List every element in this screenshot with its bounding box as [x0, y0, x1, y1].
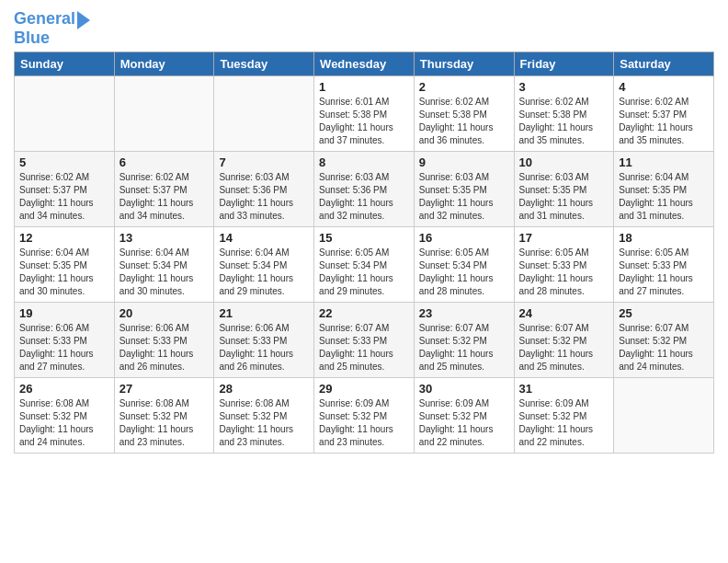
day-number: 8	[319, 155, 409, 169]
calendar-cell: 5Sunrise: 6:02 AM Sunset: 5:37 PM Daylig…	[15, 151, 115, 226]
day-info: Sunrise: 6:04 AM Sunset: 5:34 PM Dayligh…	[219, 247, 309, 298]
day-number: 27	[119, 382, 210, 396]
day-number: 10	[519, 155, 609, 169]
day-info: Sunrise: 6:02 AM Sunset: 5:37 PM Dayligh…	[19, 171, 109, 223]
day-number: 16	[419, 231, 509, 245]
calendar-cell: 10Sunrise: 6:03 AM Sunset: 5:35 PM Dayli…	[514, 151, 614, 226]
calendar-cell: 8Sunrise: 6:03 AM Sunset: 5:36 PM Daylig…	[314, 151, 415, 226]
calendar-cell	[214, 75, 314, 151]
day-info: Sunrise: 6:02 AM Sunset: 5:37 PM Dayligh…	[119, 171, 210, 223]
calendar-cell: 31Sunrise: 6:09 AM Sunset: 5:32 PM Dayli…	[514, 377, 614, 453]
calendar-cell: 6Sunrise: 6:02 AM Sunset: 5:37 PM Daylig…	[114, 151, 214, 226]
calendar-cell: 24Sunrise: 6:07 AM Sunset: 5:32 PM Dayli…	[514, 302, 614, 377]
calendar-cell: 15Sunrise: 6:05 AM Sunset: 5:34 PM Dayli…	[314, 226, 415, 302]
calendar-cell: 19Sunrise: 6:06 AM Sunset: 5:33 PM Dayli…	[15, 302, 115, 377]
calendar-cell: 23Sunrise: 6:07 AM Sunset: 5:32 PM Dayli…	[414, 302, 514, 377]
weekday-header-monday: Monday	[114, 52, 214, 75]
day-info: Sunrise: 6:03 AM Sunset: 5:36 PM Dayligh…	[319, 171, 409, 223]
day-info: Sunrise: 6:07 AM Sunset: 5:32 PM Dayligh…	[619, 322, 709, 373]
day-info: Sunrise: 6:06 AM Sunset: 5:33 PM Dayligh…	[19, 322, 109, 373]
day-number: 7	[219, 155, 309, 169]
day-info: Sunrise: 6:07 AM Sunset: 5:33 PM Dayligh…	[319, 322, 409, 373]
calendar-cell: 11Sunrise: 6:04 AM Sunset: 5:35 PM Dayli…	[614, 151, 714, 226]
day-info: Sunrise: 6:04 AM Sunset: 5:35 PM Dayligh…	[619, 171, 709, 223]
calendar-week-3: 12Sunrise: 6:04 AM Sunset: 5:35 PM Dayli…	[15, 226, 714, 302]
day-number: 11	[619, 155, 709, 169]
calendar-cell: 17Sunrise: 6:05 AM Sunset: 5:33 PM Dayli…	[514, 226, 614, 302]
page-container: General Blue SundayMondayTuesdayWednesda…	[0, 0, 728, 463]
calendar-cell: 26Sunrise: 6:08 AM Sunset: 5:32 PM Dayli…	[15, 377, 115, 453]
calendar-cell: 29Sunrise: 6:09 AM Sunset: 5:32 PM Dayli…	[314, 377, 415, 453]
weekday-header-thursday: Thursday	[414, 52, 514, 75]
weekday-header-sunday: Sunday	[15, 52, 115, 75]
logo: General Blue	[14, 9, 90, 48]
calendar-cell: 22Sunrise: 6:07 AM Sunset: 5:33 PM Dayli…	[314, 302, 415, 377]
day-number: 4	[619, 80, 709, 94]
calendar-cell: 14Sunrise: 6:04 AM Sunset: 5:34 PM Dayli…	[214, 226, 314, 302]
calendar-cell: 25Sunrise: 6:07 AM Sunset: 5:32 PM Dayli…	[614, 302, 714, 377]
day-number: 18	[619, 231, 709, 245]
weekday-header-friday: Friday	[514, 52, 614, 75]
day-info: Sunrise: 6:02 AM Sunset: 5:38 PM Dayligh…	[519, 96, 609, 147]
calendar-week-5: 26Sunrise: 6:08 AM Sunset: 5:32 PM Dayli…	[15, 377, 714, 453]
day-info: Sunrise: 6:04 AM Sunset: 5:35 PM Dayligh…	[19, 247, 109, 298]
day-number: 5	[19, 155, 109, 169]
day-number: 2	[419, 80, 509, 94]
day-info: Sunrise: 6:06 AM Sunset: 5:33 PM Dayligh…	[219, 322, 309, 373]
logo-arrow-icon	[77, 11, 90, 29]
header: General Blue	[14, 9, 714, 48]
day-info: Sunrise: 6:06 AM Sunset: 5:33 PM Dayligh…	[119, 322, 210, 373]
logo-blue-text: Blue	[14, 29, 50, 48]
calendar-cell: 3Sunrise: 6:02 AM Sunset: 5:38 PM Daylig…	[514, 75, 614, 151]
calendar-cell: 28Sunrise: 6:08 AM Sunset: 5:32 PM Dayli…	[214, 377, 314, 453]
calendar-cell: 12Sunrise: 6:04 AM Sunset: 5:35 PM Dayli…	[15, 226, 115, 302]
day-info: Sunrise: 6:05 AM Sunset: 5:33 PM Dayligh…	[519, 247, 609, 298]
calendar-cell	[15, 75, 115, 151]
calendar-table: SundayMondayTuesdayWednesdayThursdayFrid…	[14, 52, 714, 454]
day-number: 22	[319, 306, 409, 320]
day-number: 31	[519, 382, 609, 396]
calendar-cell: 16Sunrise: 6:05 AM Sunset: 5:34 PM Dayli…	[414, 226, 514, 302]
calendar-cell	[614, 377, 714, 453]
day-number: 6	[119, 155, 210, 169]
day-number: 1	[319, 80, 409, 94]
day-number: 13	[119, 231, 210, 245]
calendar-cell: 9Sunrise: 6:03 AM Sunset: 5:35 PM Daylig…	[414, 151, 514, 226]
day-info: Sunrise: 6:05 AM Sunset: 5:34 PM Dayligh…	[319, 247, 409, 298]
day-number: 19	[19, 306, 109, 320]
calendar-cell: 30Sunrise: 6:09 AM Sunset: 5:32 PM Dayli…	[414, 377, 514, 453]
day-number: 14	[219, 231, 309, 245]
day-number: 12	[19, 231, 109, 245]
weekday-header-tuesday: Tuesday	[214, 52, 314, 75]
day-info: Sunrise: 6:02 AM Sunset: 5:37 PM Dayligh…	[619, 96, 709, 147]
calendar-week-1: 1Sunrise: 6:01 AM Sunset: 5:38 PM Daylig…	[15, 75, 714, 151]
day-number: 23	[419, 306, 509, 320]
calendar-cell: 18Sunrise: 6:05 AM Sunset: 5:33 PM Dayli…	[614, 226, 714, 302]
day-number: 21	[219, 306, 309, 320]
weekday-header-wednesday: Wednesday	[314, 52, 415, 75]
day-info: Sunrise: 6:05 AM Sunset: 5:34 PM Dayligh…	[419, 247, 509, 298]
day-info: Sunrise: 6:08 AM Sunset: 5:32 PM Dayligh…	[119, 397, 210, 449]
calendar-week-4: 19Sunrise: 6:06 AM Sunset: 5:33 PM Dayli…	[15, 302, 714, 377]
day-info: Sunrise: 6:09 AM Sunset: 5:32 PM Dayligh…	[319, 397, 409, 449]
day-info: Sunrise: 6:03 AM Sunset: 5:35 PM Dayligh…	[519, 171, 609, 223]
day-number: 24	[519, 306, 609, 320]
day-info: Sunrise: 6:09 AM Sunset: 5:32 PM Dayligh…	[519, 397, 609, 449]
day-number: 25	[619, 306, 709, 320]
calendar-cell: 7Sunrise: 6:03 AM Sunset: 5:36 PM Daylig…	[214, 151, 314, 226]
day-number: 26	[19, 382, 109, 396]
day-number: 20	[119, 306, 210, 320]
day-info: Sunrise: 6:01 AM Sunset: 5:38 PM Dayligh…	[319, 96, 409, 147]
day-info: Sunrise: 6:03 AM Sunset: 5:35 PM Dayligh…	[419, 171, 509, 223]
calendar-cell: 21Sunrise: 6:06 AM Sunset: 5:33 PM Dayli…	[214, 302, 314, 377]
day-number: 3	[519, 80, 609, 94]
calendar-cell: 13Sunrise: 6:04 AM Sunset: 5:34 PM Dayli…	[114, 226, 214, 302]
day-info: Sunrise: 6:05 AM Sunset: 5:33 PM Dayligh…	[619, 247, 709, 298]
calendar-cell: 4Sunrise: 6:02 AM Sunset: 5:37 PM Daylig…	[614, 75, 714, 151]
calendar-week-2: 5Sunrise: 6:02 AM Sunset: 5:37 PM Daylig…	[15, 151, 714, 226]
day-info: Sunrise: 6:09 AM Sunset: 5:32 PM Dayligh…	[419, 397, 509, 449]
day-number: 28	[219, 382, 309, 396]
day-info: Sunrise: 6:08 AM Sunset: 5:32 PM Dayligh…	[19, 397, 109, 449]
calendar-cell: 20Sunrise: 6:06 AM Sunset: 5:33 PM Dayli…	[114, 302, 214, 377]
calendar-cell: 1Sunrise: 6:01 AM Sunset: 5:38 PM Daylig…	[314, 75, 415, 151]
